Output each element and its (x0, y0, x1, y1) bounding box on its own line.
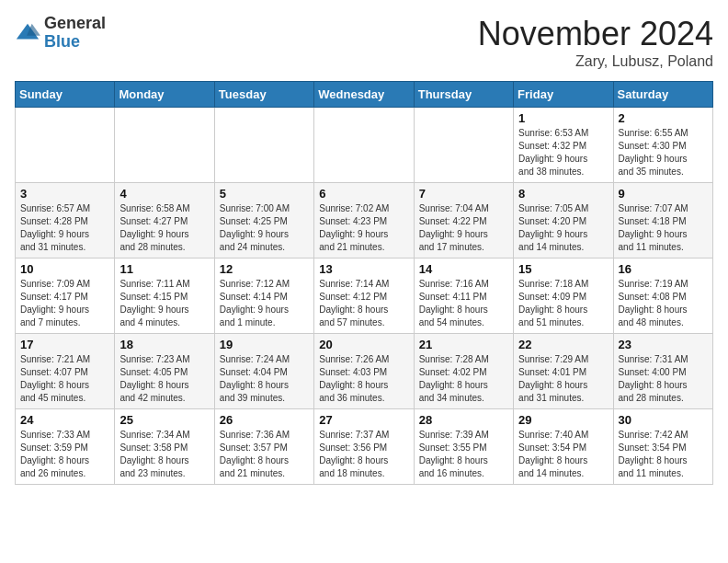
cell-4-3: 27Sunrise: 7:37 AM Sunset: 3:56 PM Dayli… (314, 409, 414, 485)
cell-3-3: 20Sunrise: 7:26 AM Sunset: 4:03 PM Dayli… (314, 334, 414, 409)
day-number-17: 17 (20, 338, 109, 351)
cell-0-5: 1Sunrise: 6:53 AM Sunset: 4:32 PM Daylig… (514, 108, 613, 183)
cell-0-4 (414, 108, 513, 183)
cell-2-5: 15Sunrise: 7:18 AM Sunset: 4:09 PM Dayli… (514, 259, 613, 334)
day-info-23: Sunrise: 7:31 AM Sunset: 4:00 PM Dayligh… (619, 353, 708, 405)
cell-1-4: 7Sunrise: 7:04 AM Sunset: 4:22 PM Daylig… (414, 183, 513, 259)
day-info-8: Sunrise: 7:05 AM Sunset: 4:20 PM Dayligh… (518, 202, 608, 254)
day-info-10: Sunrise: 7:09 AM Sunset: 4:17 PM Dayligh… (20, 278, 109, 329)
cell-4-1: 25Sunrise: 7:34 AM Sunset: 3:58 PM Dayli… (115, 409, 214, 485)
cell-3-4: 21Sunrise: 7:28 AM Sunset: 4:02 PM Dayli… (414, 334, 513, 409)
day-number-7: 7 (419, 187, 508, 201)
weekday-saturday: Saturday (613, 82, 712, 108)
title-block: November 2024 Zary, Lubusz, Poland (478, 15, 713, 70)
calendar-header: SundayMondayTuesdayWednesdayThursdayFrid… (16, 82, 713, 108)
day-number-19: 19 (220, 338, 309, 351)
day-info-11: Sunrise: 7:11 AM Sunset: 4:15 PM Dayligh… (119, 278, 209, 329)
day-number-4: 4 (119, 187, 209, 201)
day-info-22: Sunrise: 7:29 AM Sunset: 4:01 PM Dayligh… (518, 353, 608, 405)
weekday-row: SundayMondayTuesdayWednesdayThursdayFrid… (16, 82, 713, 108)
cell-4-6: 30Sunrise: 7:42 AM Sunset: 3:54 PM Dayli… (613, 409, 712, 485)
cell-4-5: 29Sunrise: 7:40 AM Sunset: 3:54 PM Dayli… (514, 409, 613, 485)
day-number-29: 29 (518, 413, 608, 427)
day-number-20: 20 (319, 338, 408, 351)
day-info-5: Sunrise: 7:00 AM Sunset: 4:25 PM Dayligh… (220, 202, 309, 254)
day-number-12: 12 (220, 262, 309, 276)
weekday-friday: Friday (514, 82, 613, 108)
cell-1-2: 5Sunrise: 7:00 AM Sunset: 4:25 PM Daylig… (214, 183, 313, 259)
cell-2-4: 14Sunrise: 7:16 AM Sunset: 4:11 PM Dayli… (414, 259, 513, 334)
day-info-29: Sunrise: 7:40 AM Sunset: 3:54 PM Dayligh… (518, 429, 608, 480)
weekday-thursday: Thursday (414, 82, 513, 108)
cell-0-2 (214, 108, 313, 183)
day-info-18: Sunrise: 7:23 AM Sunset: 4:05 PM Dayligh… (119, 353, 209, 405)
day-info-3: Sunrise: 6:57 AM Sunset: 4:28 PM Dayligh… (20, 202, 109, 254)
cell-0-6: 2Sunrise: 6:55 AM Sunset: 4:30 PM Daylig… (613, 108, 712, 183)
day-info-17: Sunrise: 7:21 AM Sunset: 4:07 PM Dayligh… (20, 353, 109, 405)
cell-2-0: 10Sunrise: 7:09 AM Sunset: 4:17 PM Dayli… (16, 259, 115, 334)
cell-4-0: 24Sunrise: 7:33 AM Sunset: 3:59 PM Dayli… (16, 409, 115, 485)
cell-2-3: 13Sunrise: 7:14 AM Sunset: 4:12 PM Dayli… (314, 259, 414, 334)
day-number-11: 11 (119, 262, 209, 276)
day-info-20: Sunrise: 7:26 AM Sunset: 4:03 PM Dayligh… (319, 353, 408, 405)
day-number-21: 21 (419, 338, 508, 351)
day-number-23: 23 (619, 338, 708, 351)
cell-3-2: 19Sunrise: 7:24 AM Sunset: 4:04 PM Dayli… (214, 334, 313, 409)
day-number-10: 10 (20, 262, 109, 276)
weekday-tuesday: Tuesday (214, 82, 313, 108)
day-info-19: Sunrise: 7:24 AM Sunset: 4:04 PM Dayligh… (220, 353, 309, 405)
cell-3-1: 18Sunrise: 7:23 AM Sunset: 4:05 PM Dayli… (115, 334, 214, 409)
day-number-22: 22 (518, 338, 608, 351)
day-info-15: Sunrise: 7:18 AM Sunset: 4:09 PM Dayligh… (518, 278, 608, 329)
day-info-1: Sunrise: 6:53 AM Sunset: 4:32 PM Dayligh… (518, 127, 608, 178)
cell-2-1: 11Sunrise: 7:11 AM Sunset: 4:15 PM Dayli… (115, 259, 214, 334)
month-title: November 2024 (478, 15, 713, 53)
day-info-7: Sunrise: 7:04 AM Sunset: 4:22 PM Dayligh… (419, 202, 508, 254)
day-number-5: 5 (220, 187, 309, 201)
day-info-24: Sunrise: 7:33 AM Sunset: 3:59 PM Dayligh… (20, 429, 109, 480)
day-info-30: Sunrise: 7:42 AM Sunset: 3:54 PM Dayligh… (619, 429, 708, 480)
day-info-16: Sunrise: 7:19 AM Sunset: 4:08 PM Dayligh… (619, 278, 708, 329)
day-info-4: Sunrise: 6:58 AM Sunset: 4:27 PM Dayligh… (119, 202, 209, 254)
weekday-sunday: Sunday (16, 82, 115, 108)
day-number-16: 16 (619, 262, 708, 276)
day-number-30: 30 (619, 413, 708, 427)
day-info-2: Sunrise: 6:55 AM Sunset: 4:30 PM Dayligh… (619, 127, 708, 178)
location: Zary, Lubusz, Poland (478, 53, 713, 70)
cell-1-0: 3Sunrise: 6:57 AM Sunset: 4:28 PM Daylig… (16, 183, 115, 259)
cell-3-5: 22Sunrise: 7:29 AM Sunset: 4:01 PM Dayli… (514, 334, 613, 409)
day-number-14: 14 (419, 262, 508, 276)
day-info-27: Sunrise: 7:37 AM Sunset: 3:56 PM Dayligh… (319, 429, 408, 480)
day-number-2: 2 (619, 111, 708, 125)
page-header: General Blue November 2024 Zary, Lubusz,… (15, 15, 713, 70)
cell-4-4: 28Sunrise: 7:39 AM Sunset: 3:55 PM Dayli… (414, 409, 513, 485)
cell-0-1 (115, 108, 214, 183)
cell-1-6: 9Sunrise: 7:07 AM Sunset: 4:18 PM Daylig… (613, 183, 712, 259)
cell-0-3 (314, 108, 414, 183)
logo-icon (15, 20, 40, 46)
day-info-14: Sunrise: 7:16 AM Sunset: 4:11 PM Dayligh… (419, 278, 508, 329)
cell-1-1: 4Sunrise: 6:58 AM Sunset: 4:27 PM Daylig… (115, 183, 214, 259)
day-info-25: Sunrise: 7:34 AM Sunset: 3:58 PM Dayligh… (119, 429, 209, 480)
week-row-1: 3Sunrise: 6:57 AM Sunset: 4:28 PM Daylig… (16, 183, 713, 259)
logo-text: General Blue (44, 15, 106, 52)
day-number-9: 9 (619, 187, 708, 201)
logo-general: General (44, 15, 106, 33)
week-row-2: 10Sunrise: 7:09 AM Sunset: 4:17 PM Dayli… (16, 259, 713, 334)
day-info-12: Sunrise: 7:12 AM Sunset: 4:14 PM Dayligh… (220, 278, 309, 329)
week-row-3: 17Sunrise: 7:21 AM Sunset: 4:07 PM Dayli… (16, 334, 713, 409)
day-info-6: Sunrise: 7:02 AM Sunset: 4:23 PM Dayligh… (319, 202, 408, 254)
logo: General Blue (15, 15, 106, 52)
cell-1-5: 8Sunrise: 7:05 AM Sunset: 4:20 PM Daylig… (514, 183, 613, 259)
cell-0-0 (16, 108, 115, 183)
cell-3-6: 23Sunrise: 7:31 AM Sunset: 4:00 PM Dayli… (613, 334, 712, 409)
week-row-0: 1Sunrise: 6:53 AM Sunset: 4:32 PM Daylig… (16, 108, 713, 183)
day-number-8: 8 (518, 187, 608, 201)
day-number-6: 6 (319, 187, 408, 201)
day-info-28: Sunrise: 7:39 AM Sunset: 3:55 PM Dayligh… (419, 429, 508, 480)
day-number-3: 3 (20, 187, 109, 201)
day-number-1: 1 (518, 111, 608, 125)
week-row-4: 24Sunrise: 7:33 AM Sunset: 3:59 PM Dayli… (16, 409, 713, 485)
cell-2-2: 12Sunrise: 7:12 AM Sunset: 4:14 PM Dayli… (214, 259, 313, 334)
cell-3-0: 17Sunrise: 7:21 AM Sunset: 4:07 PM Dayli… (16, 334, 115, 409)
